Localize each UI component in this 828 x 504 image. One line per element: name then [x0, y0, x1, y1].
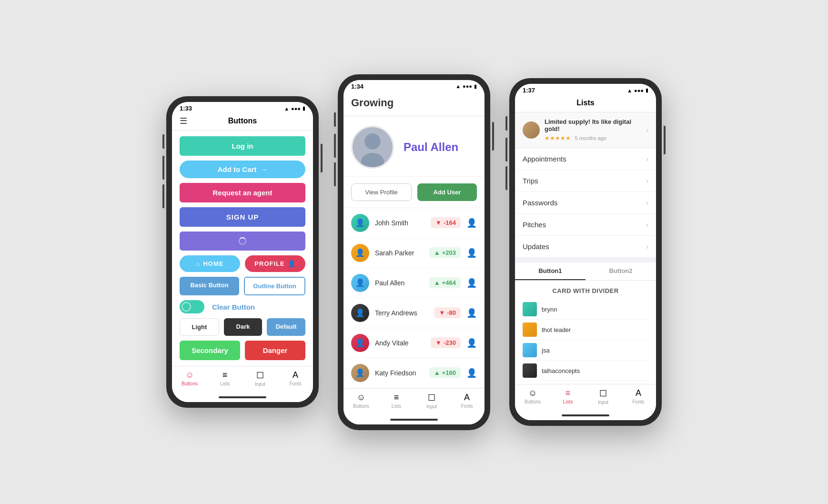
battery-icon-3: ▮	[646, 87, 648, 93]
tab-buttons[interactable]: ☺ Buttons	[172, 370, 207, 387]
home-indicator-1	[172, 393, 313, 402]
menu-icon[interactable]: ☰	[180, 116, 187, 126]
battery-icon-2: ▮	[474, 83, 477, 90]
list-item-updates[interactable]: Updates ›	[515, 236, 656, 258]
user-action-0[interactable]: 👤	[466, 218, 477, 228]
tab3-lists-label: Lists	[563, 399, 573, 404]
agent-button[interactable]: Request an agent	[180, 183, 305, 202]
user-score-3: ▼-80	[434, 307, 461, 318]
card-avatar-3	[523, 363, 537, 378]
list-item-label-4: Updates	[523, 242, 646, 251]
tab-input[interactable]: ☐ Input	[242, 370, 278, 387]
default-button[interactable]: Default	[267, 318, 305, 336]
home-button[interactable]: ⌂ HOME	[180, 255, 240, 272]
status-icons-3: ▲ ●●● ▮	[627, 87, 648, 93]
tab-fonts[interactable]: A Fonts	[278, 370, 313, 387]
card-user-0: brynn	[523, 299, 648, 320]
user-item-3: 👤 Terry Andrews ▼-80 👤	[343, 298, 485, 328]
outline-button[interactable]: Outline Button	[244, 277, 305, 295]
user-item-0: 👤 Johh Smith ▼-164 👤	[343, 208, 485, 238]
list-item-trips[interactable]: Trips ›	[515, 170, 656, 192]
user-action-4[interactable]: 👤	[466, 338, 477, 348]
dark-button[interactable]: Dark	[224, 318, 263, 336]
list-item-appointments[interactable]: Appointments ›	[515, 148, 656, 170]
promo-card[interactable]: Limited supply! Its like digital gold! ★…	[515, 112, 656, 148]
toggle-inner	[182, 302, 191, 312]
user-action-2[interactable]: 👤	[466, 278, 477, 288]
buttons-screen: Log in Add to Cart → Request an agent SI…	[172, 131, 313, 366]
light-button[interactable]: Light	[180, 318, 219, 336]
tab2-input[interactable]: ☐ Input	[414, 393, 449, 409]
card-user-1: thot leader	[523, 320, 648, 340]
user-score-5: ▲+160	[429, 367, 461, 378]
secondary-danger-row: Secondary Danger	[180, 341, 305, 360]
card-user-name-0: brynn	[542, 306, 557, 313]
tab3-buttons[interactable]: ☺ Buttons	[515, 388, 550, 405]
profile-button[interactable]: PROFILE 👤	[245, 255, 305, 272]
star-empty: ★	[565, 135, 571, 141]
tab3-fonts-icon: A	[636, 388, 641, 398]
tab2-lists-icon: ≡	[394, 393, 399, 403]
user-avatar-2: 👤	[351, 274, 369, 292]
signal-icon-3: ●●●	[634, 88, 644, 93]
star-1: ★★★★	[545, 135, 565, 141]
tab-bar-2: ☺ Buttons ≡ Lists ☐ Input A Fonts	[343, 388, 485, 415]
tab2-buttons[interactable]: ☺ Buttons	[343, 393, 379, 409]
tab3-input-icon: ☐	[599, 388, 607, 399]
user-avatar-3: 👤	[351, 304, 369, 322]
user-item-5: 👤 Katy Friedson ▲+160 👤	[343, 358, 485, 388]
list-item-passwords[interactable]: Passwords ›	[515, 192, 656, 214]
user-item-2: 👤 Paul Allen ▲+464 👤	[343, 268, 485, 298]
list-item-label-3: Pitches	[523, 221, 646, 229]
tab3-lists-icon: ≡	[565, 388, 571, 398]
phone-buttons: 1:33 ▲ ●●● ▮ ☰ Buttons Log in Add to Car…	[166, 96, 319, 408]
tab-btn-1[interactable]: Button1	[515, 262, 586, 280]
user-action-3[interactable]: 👤	[466, 308, 477, 318]
wifi-icon-3: ▲	[627, 88, 632, 93]
status-bar-3: 1:37 ▲ ●●● ▮	[515, 84, 656, 96]
tab-lists[interactable]: ≡ Lists	[207, 370, 242, 387]
battery-icon: ▮	[303, 105, 305, 111]
tab3-fonts[interactable]: A Fonts	[621, 388, 656, 405]
user-action-5[interactable]: 👤	[466, 368, 477, 378]
tab-buttons-row: Button1 Button2	[515, 262, 656, 281]
tab3-lists[interactable]: ≡ Lists	[550, 388, 586, 405]
cart-button[interactable]: Add to Cart →	[180, 161, 305, 178]
chevron-icon-2: ›	[646, 199, 648, 207]
tab3-input[interactable]: ☐ Input	[586, 388, 621, 405]
tab2-lists[interactable]: ≡ Lists	[379, 393, 414, 409]
user-icon: 👤	[288, 260, 296, 267]
home-bar-2	[390, 419, 438, 421]
tab-fonts-label: Fonts	[289, 381, 301, 386]
tab-lists-icon: ≡	[222, 370, 228, 380]
style-row: Light Dark Default	[180, 318, 305, 336]
tab-btn-2[interactable]: Button2	[586, 262, 656, 280]
login-button[interactable]: Log in	[180, 136, 305, 156]
status-icons-1: ▲ ●●● ▮	[284, 105, 305, 111]
card-avatar-1	[523, 323, 537, 337]
user-name-5: Katy Friedson	[375, 369, 424, 377]
basic-button[interactable]: Basic Button	[180, 277, 239, 295]
clear-button[interactable]: Clear Button	[212, 303, 255, 311]
signup-button[interactable]: SIGN UP	[180, 207, 305, 227]
list-item-pitches[interactable]: Pitches ›	[515, 214, 656, 236]
card-user-name-2: jsa	[542, 347, 550, 354]
view-profile-button[interactable]: View Profile	[351, 183, 412, 201]
danger-button[interactable]: Danger	[245, 341, 305, 360]
toggle-button[interactable]	[180, 300, 204, 313]
promo-content: Limited supply! Its like digital gold! ★…	[545, 118, 641, 142]
tab2-lists-label: Lists	[392, 403, 402, 409]
secondary-button[interactable]: Secondary	[180, 341, 240, 360]
user-score-1: ▲+203	[429, 247, 461, 258]
user-avatar-5: 👤	[351, 364, 369, 382]
time-1: 1:33	[180, 105, 192, 112]
user-action-1[interactable]: 👤	[466, 248, 477, 258]
tab2-fonts[interactable]: A Fonts	[449, 393, 485, 409]
arrow-icon: →	[260, 165, 267, 173]
home-indicator-2	[343, 415, 485, 424]
tab2-fonts-icon: A	[464, 393, 470, 403]
loading-button[interactable]	[180, 232, 305, 251]
tab3-buttons-icon: ☺	[528, 388, 537, 398]
add-user-button[interactable]: Add User	[417, 183, 477, 201]
signal-icon-2: ●●●	[463, 83, 472, 89]
